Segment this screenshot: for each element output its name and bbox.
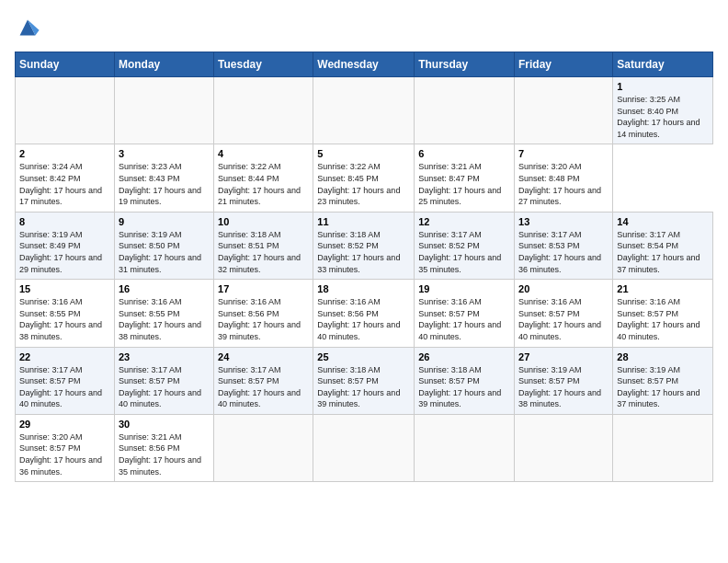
day-cell: 29Sunrise: 3:20 AMSunset: 8:57 PMDayligh…: [16, 414, 115, 481]
logo: [15, 15, 42, 40]
day-cell: 21Sunrise: 3:16 AMSunset: 8:57 PMDayligh…: [613, 280, 713, 347]
day-cell: 12Sunrise: 3:17 AMSunset: 8:52 PMDayligh…: [415, 212, 515, 279]
day-detail: Sunrise: 3:22 AMSunset: 8:44 PMDaylight:…: [218, 161, 309, 207]
page-header: [15, 15, 713, 40]
empty-day-cell: [214, 414, 313, 481]
calendar-week-row: 2Sunrise: 3:24 AMSunset: 8:42 PMDaylight…: [16, 144, 713, 212]
day-number: 28: [617, 351, 709, 362]
day-detail: Sunrise: 3:19 AMSunset: 8:57 PMDaylight:…: [617, 364, 709, 410]
day-number: 15: [19, 283, 110, 294]
day-number: 11: [317, 216, 410, 227]
day-cell: 8Sunrise: 3:19 AMSunset: 8:49 PMDaylight…: [16, 212, 115, 279]
day-cell: 19Sunrise: 3:16 AMSunset: 8:57 PMDayligh…: [415, 280, 515, 347]
day-cell: 30Sunrise: 3:21 AMSunset: 8:56 PMDayligh…: [114, 414, 213, 481]
empty-day-cell: [313, 414, 415, 481]
day-number: 5: [317, 148, 410, 159]
day-detail: Sunrise: 3:25 AMSunset: 8:40 PMDaylight:…: [617, 94, 709, 140]
day-cell: 1Sunrise: 3:25 AMSunset: 8:40 PMDaylight…: [613, 77, 713, 144]
day-number: 4: [218, 148, 309, 159]
day-number: 25: [317, 351, 410, 362]
day-number: 20: [518, 283, 609, 294]
day-detail: Sunrise: 3:17 AMSunset: 8:52 PMDaylight:…: [418, 229, 510, 275]
day-number: 3: [119, 148, 210, 159]
day-number: 6: [418, 148, 510, 159]
day-cell: 5Sunrise: 3:22 AMSunset: 8:45 PMDaylight…: [313, 144, 415, 212]
day-detail: Sunrise: 3:22 AMSunset: 8:45 PMDaylight:…: [317, 161, 410, 207]
empty-day-cell: [515, 414, 613, 481]
empty-day-cell: [515, 77, 613, 144]
day-cell: 11Sunrise: 3:18 AMSunset: 8:52 PMDayligh…: [313, 212, 415, 279]
day-detail: Sunrise: 3:17 AMSunset: 8:57 PMDaylight:…: [19, 364, 110, 410]
day-detail: Sunrise: 3:18 AMSunset: 8:57 PMDaylight:…: [317, 364, 410, 410]
day-detail: Sunrise: 3:20 AMSunset: 8:57 PMDaylight:…: [19, 431, 110, 477]
day-cell: 23Sunrise: 3:17 AMSunset: 8:57 PMDayligh…: [114, 347, 213, 414]
day-cell: 14Sunrise: 3:17 AMSunset: 8:54 PMDayligh…: [613, 212, 713, 279]
empty-day-cell: [214, 77, 313, 144]
day-header: Wednesday: [313, 52, 415, 77]
day-number: 13: [518, 216, 609, 227]
day-number: 22: [19, 351, 110, 362]
day-cell: 7Sunrise: 3:20 AMSunset: 8:48 PMDaylight…: [515, 144, 613, 212]
day-detail: Sunrise: 3:17 AMSunset: 8:57 PMDaylight:…: [218, 364, 309, 410]
calendar-week-row: 15Sunrise: 3:16 AMSunset: 8:55 PMDayligh…: [16, 280, 713, 347]
day-detail: Sunrise: 3:19 AMSunset: 8:50 PMDaylight:…: [119, 229, 210, 275]
day-number: 2: [19, 148, 110, 159]
day-detail: Sunrise: 3:16 AMSunset: 8:57 PMDaylight:…: [617, 296, 709, 342]
day-header: Sunday: [16, 52, 115, 77]
calendar-week-row: 22Sunrise: 3:17 AMSunset: 8:57 PMDayligh…: [16, 347, 713, 414]
day-number: 17: [218, 283, 309, 294]
day-number: 14: [617, 216, 709, 227]
day-detail: Sunrise: 3:16 AMSunset: 8:56 PMDaylight:…: [317, 296, 410, 342]
logo-icon: [15, 15, 40, 40]
day-header: Tuesday: [214, 52, 313, 77]
day-detail: Sunrise: 3:21 AMSunset: 8:47 PMDaylight:…: [418, 161, 510, 207]
day-cell: 4Sunrise: 3:22 AMSunset: 8:44 PMDaylight…: [214, 144, 313, 212]
day-number: 26: [418, 351, 510, 362]
day-detail: Sunrise: 3:18 AMSunset: 8:52 PMDaylight:…: [317, 229, 410, 275]
day-number: 12: [418, 216, 510, 227]
day-number: 18: [317, 283, 410, 294]
day-cell: 22Sunrise: 3:17 AMSunset: 8:57 PMDayligh…: [16, 347, 115, 414]
day-cell: 16Sunrise: 3:16 AMSunset: 8:55 PMDayligh…: [114, 280, 213, 347]
day-detail: Sunrise: 3:21 AMSunset: 8:56 PMDaylight:…: [119, 431, 210, 477]
empty-day-cell: [415, 77, 515, 144]
day-detail: Sunrise: 3:16 AMSunset: 8:55 PMDaylight:…: [19, 296, 110, 342]
day-detail: Sunrise: 3:16 AMSunset: 8:56 PMDaylight:…: [218, 296, 309, 342]
day-cell: 26Sunrise: 3:18 AMSunset: 8:57 PMDayligh…: [415, 347, 515, 414]
day-cell: 13Sunrise: 3:17 AMSunset: 8:53 PMDayligh…: [515, 212, 613, 279]
day-cell: 28Sunrise: 3:19 AMSunset: 8:57 PMDayligh…: [613, 347, 713, 414]
empty-day-cell: [16, 77, 115, 144]
day-number: 23: [119, 351, 210, 362]
calendar-table: SundayMondayTuesdayWednesdayThursdayFrid…: [15, 52, 713, 482]
day-number: 9: [119, 216, 210, 227]
empty-day-cell: [415, 414, 515, 481]
empty-day-cell: [613, 414, 713, 481]
day-detail: Sunrise: 3:17 AMSunset: 8:53 PMDaylight:…: [518, 229, 609, 275]
day-cell: 18Sunrise: 3:16 AMSunset: 8:56 PMDayligh…: [313, 280, 415, 347]
day-detail: Sunrise: 3:18 AMSunset: 8:57 PMDaylight:…: [418, 364, 510, 410]
day-detail: Sunrise: 3:20 AMSunset: 8:48 PMDaylight:…: [518, 161, 609, 207]
day-number: 27: [518, 351, 609, 362]
day-detail: Sunrise: 3:17 AMSunset: 8:54 PMDaylight:…: [617, 229, 709, 275]
day-header: Monday: [114, 52, 213, 77]
day-cell: 15Sunrise: 3:16 AMSunset: 8:55 PMDayligh…: [16, 280, 115, 347]
day-cell: 20Sunrise: 3:16 AMSunset: 8:57 PMDayligh…: [515, 280, 613, 347]
day-detail: Sunrise: 3:19 AMSunset: 8:49 PMDaylight:…: [19, 229, 110, 275]
day-header: Saturday: [613, 52, 713, 77]
day-number: 24: [218, 351, 309, 362]
empty-day-cell: [114, 77, 213, 144]
day-detail: Sunrise: 3:18 AMSunset: 8:51 PMDaylight:…: [218, 229, 309, 275]
day-header: Thursday: [415, 52, 515, 77]
day-number: 10: [218, 216, 309, 227]
day-cell: 2Sunrise: 3:24 AMSunset: 8:42 PMDaylight…: [16, 144, 115, 212]
day-cell: 24Sunrise: 3:17 AMSunset: 8:57 PMDayligh…: [214, 347, 313, 414]
day-detail: Sunrise: 3:16 AMSunset: 8:57 PMDaylight:…: [418, 296, 510, 342]
calendar-body: 1Sunrise: 3:25 AMSunset: 8:40 PMDaylight…: [16, 77, 713, 482]
calendar-week-row: 1Sunrise: 3:25 AMSunset: 8:40 PMDaylight…: [16, 77, 713, 144]
day-number: 1: [617, 81, 709, 92]
day-number: 19: [418, 283, 510, 294]
calendar-header-row: SundayMondayTuesdayWednesdayThursdayFrid…: [16, 52, 713, 77]
calendar-week-row: 8Sunrise: 3:19 AMSunset: 8:49 PMDaylight…: [16, 212, 713, 279]
empty-day-cell: [313, 77, 415, 144]
day-detail: Sunrise: 3:24 AMSunset: 8:42 PMDaylight:…: [19, 161, 110, 207]
